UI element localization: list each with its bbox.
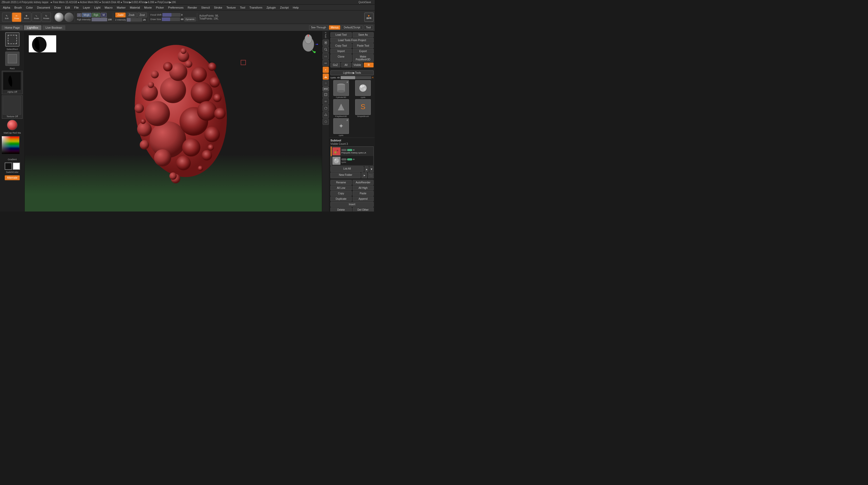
view-gizmo[interactable] <box>298 34 319 55</box>
delete-btn[interactable]: Delete <box>331 207 352 211</box>
scale-mode-btn[interactable]: ⤡ Scale <box>32 12 41 22</box>
rotate-mode-btn[interactable]: ↻ Rotate <box>42 12 51 22</box>
sphere-preview[interactable] <box>54 12 64 22</box>
default-zscript-btn[interactable]: DefaultZScript <box>341 25 363 30</box>
auto-reorder-btn[interactable]: AutoReorder <box>352 180 374 185</box>
matcap-btn[interactable] <box>7 120 18 130</box>
mrgb-btn[interactable]: Mrgb <box>82 13 91 17</box>
floor-btn[interactable] <box>323 74 329 80</box>
lightbox-tools-btn[interactable]: Lightbox▶Tools <box>331 70 374 75</box>
select-rect-btn[interactable] <box>5 32 20 47</box>
dynamic-btn[interactable]: Dynamic <box>184 17 196 21</box>
menu-help[interactable]: Help <box>291 5 301 10</box>
zoom-btn[interactable] <box>323 46 329 53</box>
all-low-btn[interactable]: All Low <box>331 186 352 191</box>
menu-brush[interactable]: Brush <box>12 5 24 10</box>
paste-tool-btn[interactable]: Paste Tool <box>352 43 374 48</box>
move-mode-btn[interactable]: ✥ Move <box>22 12 31 22</box>
z-intensity-slider[interactable] <box>127 18 142 22</box>
menu-zplugin[interactable]: Zplugin <box>265 5 278 10</box>
material-preview[interactable] <box>64 12 74 22</box>
lsym-btn[interactable]: ⬡ <box>323 80 329 86</box>
subtool-cysts-visibility-toggle[interactable] <box>341 159 347 161</box>
menu-texture[interactable]: Texture <box>224 5 238 10</box>
folder-extra-btn[interactable]: ⬛ <box>368 172 374 178</box>
menu-macro[interactable]: Macro <box>103 5 115 10</box>
r-btn[interactable]: R <box>364 62 374 67</box>
insert-btn[interactable]: Insert <box>331 202 374 207</box>
rect-btn[interactable] <box>5 52 20 66</box>
menu-color[interactable]: Color <box>24 5 35 10</box>
rgb-intensity-slider[interactable] <box>92 18 107 21</box>
save-as-btn[interactable]: Save As <box>352 32 374 37</box>
subtool-cysts-lock-toggle[interactable] <box>347 159 352 161</box>
menu-layer[interactable]: Layer <box>81 5 92 10</box>
texture-off-section[interactable]: Texture Off <box>2 95 23 119</box>
tool-item-cysts[interactable]: cysts <box>352 80 374 98</box>
edit-mode-btn[interactable]: ✎ Edit <box>2 12 11 22</box>
see-through-btn[interactable]: See-Through <box>309 25 328 30</box>
transp-btn[interactable] <box>323 118 329 125</box>
menu-edit[interactable]: Edit <box>63 5 72 10</box>
list-all-btn[interactable]: List All <box>331 166 364 172</box>
copy-tool-btn[interactable]: Copy Tool <box>331 43 352 48</box>
menu-zscript[interactable]: Zscript <box>278 5 290 10</box>
duplicate-btn[interactable]: Duplicate <box>331 196 352 201</box>
visible-btn[interactable]: Visible <box>352 62 363 67</box>
menu-transform[interactable]: Transform <box>247 5 264 10</box>
folder-action-btn[interactable]: ➤ <box>362 172 367 178</box>
all-btn[interactable]: All <box>341 62 351 67</box>
menu-light[interactable]: Light <box>92 5 102 10</box>
make-polymesh3d-btn[interactable]: Make PolyMesh3D <box>352 54 374 62</box>
cysts-slider[interactable] <box>341 76 371 79</box>
zadd-btn[interactable]: Zadd <box>115 12 126 18</box>
menu-material[interactable]: Material <box>128 5 142 10</box>
menu-stencil[interactable]: Stencil <box>199 5 212 10</box>
frame-btn[interactable] <box>323 91 329 98</box>
home-page-tab[interactable]: Home Page <box>2 25 23 30</box>
fg-color-swatch[interactable] <box>5 163 12 170</box>
model-viewport[interactable] <box>45 42 316 180</box>
menu-picker[interactable]: Picker <box>154 5 166 10</box>
menu-render[interactable]: Render <box>186 5 199 10</box>
menu-alpha[interactable]: Alpha <box>1 5 12 10</box>
menu-movie[interactable]: Movie <box>142 5 154 10</box>
live-boolean-tab[interactable]: Live Boolean <box>42 25 65 30</box>
list-down-btn[interactable]: ▼ <box>369 166 374 172</box>
tool-label-btn[interactable]: Tool <box>364 25 373 30</box>
alpha-off-section[interactable]: Alpha Off <box>2 71 23 94</box>
clone-btn[interactable]: Clone <box>331 54 352 62</box>
bpr-btn[interactable]: ▶ BPR <box>364 12 374 22</box>
paste-btn[interactable]: Paste <box>352 191 374 196</box>
menu-file[interactable]: File <box>72 5 81 10</box>
lightbox-tab[interactable]: LightBox <box>24 25 41 30</box>
menu-draw[interactable]: Draw <box>52 5 63 10</box>
rotate-btn[interactable] <box>323 105 329 111</box>
aahalf-btn[interactable]: AA <box>323 60 329 66</box>
draw-mode-btn[interactable]: ✏ Draw <box>12 12 21 22</box>
load-tool-btn[interactable]: Load Tool <box>331 32 352 37</box>
subtool-visibility-toggle[interactable] <box>341 149 347 151</box>
menu-preferences[interactable]: Preferences <box>166 5 185 10</box>
copy-btn[interactable]: Copy <box>331 191 352 196</box>
tool-item-polymesh[interactable]: PolyMesh3D <box>331 99 352 117</box>
quicksave-btn[interactable]: QuickSave <box>359 1 371 4</box>
menus-btn[interactable]: Menus <box>329 25 340 30</box>
menu-marker[interactable]: Marker <box>115 5 127 10</box>
polyf-btn[interactable] <box>323 112 329 118</box>
actual-btn[interactable]: 1:1 <box>323 53 329 59</box>
bg-color-swatch[interactable] <box>13 163 20 170</box>
subtool-lock-toggle[interactable] <box>347 149 352 151</box>
canvas-area[interactable]: SPix 3 1:1 AA P ⬡ XYZ <box>25 31 329 211</box>
zcut-btn[interactable]: Zcut <box>137 12 147 18</box>
load-tools-from-project-btn[interactable]: Load Tools From Project <box>331 38 374 43</box>
xyz-btn[interactable]: XYZ <box>323 87 329 91</box>
import-btn[interactable]: Import <box>331 49 352 54</box>
tool-item-simplebrush[interactable]: S SimpleBrush <box>352 99 374 117</box>
goz-btn[interactable]: GoZ <box>331 62 340 67</box>
all-high-btn[interactable]: All High <box>352 186 374 191</box>
rgb-btn[interactable]: Rgb <box>92 13 100 17</box>
subtool-item-active[interactable]: 👁 Polycystic Kidney cysts-LA <box>331 147 373 156</box>
rename-btn[interactable]: Rename <box>331 180 352 185</box>
persp-btn[interactable]: P <box>323 67 329 73</box>
